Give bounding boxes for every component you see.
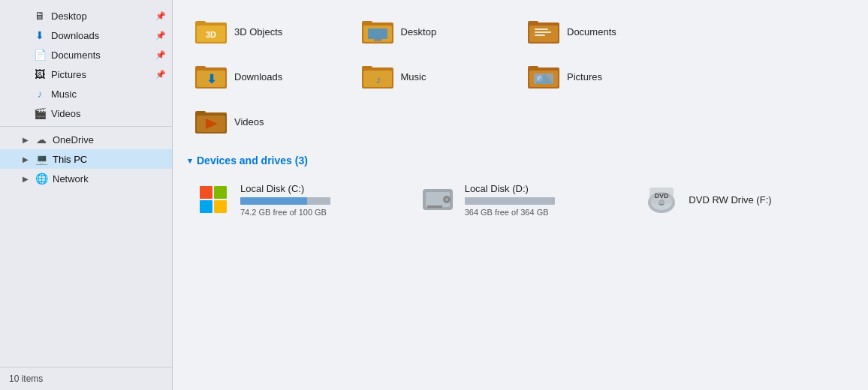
documents-icon: 📄: [33, 48, 47, 62]
sidebar-item-network[interactable]: ▶ 🌐 Network: [0, 169, 172, 188]
drive-c-bar-fill: [240, 197, 307, 205]
svg-rect-11: [529, 26, 558, 42]
pin-icon-documents: 📌: [155, 50, 166, 60]
folder-desktop[interactable]: Desktop: [354, 12, 521, 51]
expand-icon-thispc: ▶: [21, 155, 30, 164]
dvd-icon: DVD: [643, 182, 680, 218]
sidebar-item-documents[interactable]: 📄 Documents 📌: [0, 45, 172, 64]
folder-pictures-icon: [528, 63, 559, 90]
music-icon: ♪: [33, 87, 47, 100]
folder-music[interactable]: ♪ Music: [354, 57, 521, 96]
drive-c-bar-container: [240, 197, 330, 205]
svg-rect-14: [535, 34, 545, 36]
sidebar-item-music[interactable]: ♪ Music: [0, 84, 172, 104]
folder-label: Videos: [234, 116, 264, 128]
folder-videos-icon: [195, 108, 227, 135]
folder-3d-objects[interactable]: 3D 3D Objects: [188, 12, 354, 51]
network-icon: 🌐: [35, 172, 48, 185]
svg-rect-12: [535, 28, 548, 30]
device-f-info: DVD RW Drive (F:): [689, 194, 845, 206]
device-local-c[interactable]: Local Disk (C:) 74.2 GB free of 100 GB: [188, 176, 405, 224]
folder-label: Desktop: [401, 26, 437, 38]
sidebar-item-videos[interactable]: 🎬 Videos: [0, 104, 172, 123]
svg-rect-13: [535, 32, 551, 33]
folder-pictures[interactable]: Pictures: [520, 57, 687, 96]
device-local-d[interactable]: Local Disk (D:) 364 GB free of 364 GB: [412, 176, 629, 224]
svg-rect-37: [427, 206, 442, 208]
device-c-space: 74.2 GB free of 100 GB: [240, 208, 397, 217]
sidebar-item-desktop[interactable]: 🖥 Desktop 📌: [0, 6, 172, 26]
devices-section-label: Devices and drives (3): [197, 154, 308, 166]
status-bar: 10 items: [0, 367, 172, 390]
device-d-space: 364 GB free of 364 GB: [465, 208, 622, 217]
windows-drive-icon: [195, 182, 231, 218]
folder-desktop-icon: [362, 18, 393, 45]
expand-icon-network: ▶: [21, 175, 30, 183]
pictures-icon: 🖼: [33, 68, 47, 81]
pin-icon: 📌: [155, 11, 166, 21]
devices-grid: Local Disk (C:) 74.2 GB free of 100 GB: [188, 176, 853, 224]
folder-label: Downloads: [234, 71, 282, 82]
svg-text:♪: ♪: [375, 74, 381, 86]
folder-downloads[interactable]: ⬇ Downloads: [188, 57, 354, 96]
main-content: 3D 3D Objects Desktop: [173, 0, 868, 390]
svg-text:DVD: DVD: [655, 192, 670, 200]
drive-d-bar-fill: [465, 197, 554, 205]
folder-videos[interactable]: Videos: [188, 102, 354, 141]
devices-section-header[interactable]: ▾ Devices and drives (3): [188, 154, 853, 166]
device-c-name: Local Disk (C:): [240, 183, 397, 194]
svg-text:3D: 3D: [206, 30, 216, 39]
folders-section: 3D 3D Objects Desktop: [188, 12, 853, 141]
pin-icon-pictures: 📌: [155, 70, 166, 80]
svg-point-36: [445, 198, 448, 201]
drive-d-bar-container: [465, 197, 555, 205]
svg-rect-8: [374, 39, 381, 41]
sidebar-item-onedrive[interactable]: ▶ ☁ OneDrive: [0, 130, 172, 149]
device-dvd-f[interactable]: DVD DVD RW Drive (F:): [636, 176, 853, 224]
pin-icon-downloads: 📌: [155, 31, 166, 40]
device-f-name: DVD RW Drive (F:): [689, 194, 845, 206]
folder-music-icon: ♪: [362, 63, 393, 90]
folder-label: Documents: [567, 26, 616, 38]
downloads-icon: ⬇: [33, 28, 47, 42]
device-c-info: Local Disk (C:) 74.2 GB free of 100 GB: [240, 183, 397, 217]
svg-rect-7: [368, 28, 387, 39]
svg-text:⬇: ⬇: [206, 73, 216, 86]
hdd-d-icon: [420, 182, 456, 218]
chevron-icon: ▾: [188, 156, 192, 166]
device-d-info: Local Disk (D:) 364 GB free of 364 GB: [465, 183, 622, 217]
device-d-name: Local Disk (D:): [465, 183, 622, 194]
sidebar-divider: [0, 126, 172, 127]
folder-3d-icon: 3D: [195, 18, 227, 45]
sidebar-item-downloads[interactable]: ⬇ Downloads 📌: [0, 26, 172, 45]
folder-downloads-icon: ⬇: [195, 63, 227, 90]
folder-label: 3D Objects: [234, 26, 282, 38]
videos-icon: 🎬: [33, 106, 47, 120]
computer-icon: 💻: [35, 152, 48, 166]
sidebar: 🖥 Desktop 📌 ⬇ Downloads 📌 📄 Documents 📌 …: [0, 0, 173, 390]
folder-documents-icon: [528, 18, 559, 45]
folder-label: Music: [401, 71, 426, 82]
sidebar-item-pictures[interactable]: 🖼 Pictures 📌: [0, 64, 172, 84]
expand-icon-onedrive: ▶: [21, 136, 30, 144]
folder-label: Pictures: [567, 71, 602, 82]
onedrive-icon: ☁: [35, 133, 48, 146]
desktop-icon: 🖥: [33, 9, 47, 22]
folder-documents[interactable]: Documents: [520, 12, 687, 51]
sidebar-item-thispc[interactable]: ▶ 💻 This PC: [0, 149, 172, 169]
items-count: 10 items: [9, 374, 43, 384]
